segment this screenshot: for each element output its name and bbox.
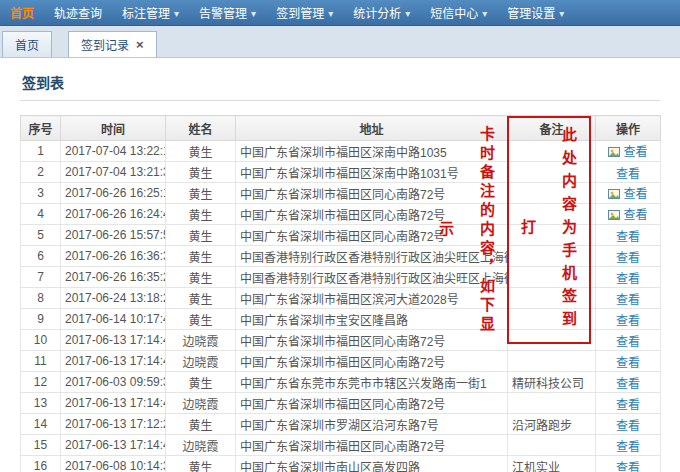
row-name: 黄生: [166, 372, 236, 393]
nav-item-sms-center[interactable]: 短信中心: [420, 0, 497, 25]
nav-item-alarm-management[interactable]: 告警管理: [189, 0, 266, 25]
row-time: 2017-06-26 16:36:33: [61, 246, 166, 267]
row-remark: [508, 351, 596, 372]
row-address: 中国广东省深圳市南山区高发四路: [236, 456, 508, 472]
row-action: 查看: [596, 435, 661, 456]
row-name: 黄生: [166, 141, 236, 162]
view-link[interactable]: 查看: [616, 251, 640, 265]
nav-item-track-query[interactable]: 轨迹查询: [44, 0, 112, 25]
table-row: 13 2017-06-13 17:14:45 边晓霞 中国广东省深圳市福田区同心…: [21, 393, 661, 414]
nav-item-settings[interactable]: 管理设置: [497, 0, 574, 25]
row-no: 16: [21, 456, 61, 472]
nav-item-label-management[interactable]: 标注管理: [112, 0, 189, 25]
view-link[interactable]: 查看: [616, 230, 640, 244]
row-address: 中国广东省深圳市福田区同心南路72号: [236, 351, 508, 372]
row-action: 查看: [596, 351, 661, 372]
row-name: 黄生: [166, 288, 236, 309]
chevron-down-icon: [405, 6, 410, 20]
row-action: 查看: [596, 456, 661, 472]
row-no: 8: [21, 288, 61, 309]
photo-icon: [608, 146, 620, 161]
photo-icon: [608, 188, 620, 203]
chevron-down-icon: [482, 6, 487, 20]
header-no: 序号: [21, 116, 61, 141]
row-time: 2017-06-24 13:18:25: [61, 288, 166, 309]
row-action: 查看: [596, 141, 661, 162]
table-row: 12 2017-06-03 09:59:39 黄生 中国广东省东莞市东莞市市辖区…: [21, 372, 661, 393]
view-link[interactable]: 查看: [616, 335, 640, 349]
view-link[interactable]: 查看: [616, 167, 640, 181]
row-remark: 江机实业: [508, 456, 596, 472]
row-no: 7: [21, 267, 61, 288]
nav-item-home[interactable]: 首页: [0, 0, 44, 25]
table-row: 11 2017-06-13 17:14:45 边晓霞 中国广东省深圳市福田区同心…: [21, 351, 661, 372]
view-link[interactable]: 查看: [623, 208, 647, 222]
row-no: 2: [21, 162, 61, 183]
row-time: 2017-06-13 17:14:45: [61, 330, 166, 351]
row-action: 查看: [596, 288, 661, 309]
header-time: 时间: [61, 116, 166, 141]
row-remark: 精研科技公司: [508, 372, 596, 393]
row-time: 2017-06-13 17:14:45: [61, 435, 166, 456]
row-no: 1: [21, 141, 61, 162]
row-name: 黄生: [166, 309, 236, 330]
row-no: 6: [21, 246, 61, 267]
row-action: 查看: [596, 267, 661, 288]
row-no: 11: [21, 351, 61, 372]
row-time: 2017-06-13 17:12:28: [61, 414, 166, 435]
tab-signin-records-label: 签到记录: [81, 36, 129, 53]
row-time: 2017-07-04 13:21:39: [61, 162, 166, 183]
row-no: 9: [21, 309, 61, 330]
tab-signin-records[interactable]: 签到记录: [68, 31, 157, 57]
header-action: 操作: [596, 116, 661, 141]
row-action: 查看: [596, 393, 661, 414]
row-action: 查看: [596, 309, 661, 330]
row-name: 黄生: [166, 267, 236, 288]
view-link[interactable]: 查看: [616, 398, 640, 412]
row-no: 10: [21, 330, 61, 351]
row-no: 15: [21, 435, 61, 456]
view-link[interactable]: 查看: [616, 377, 640, 391]
row-name: 边晓霞: [166, 330, 236, 351]
row-time: 2017-06-26 16:24:48: [61, 204, 166, 225]
view-link[interactable]: 查看: [623, 145, 647, 159]
row-time: 2017-06-08 10:14:32: [61, 456, 166, 472]
row-remark: [508, 435, 596, 456]
title-divider: [20, 100, 660, 101]
row-name: 黄生: [166, 183, 236, 204]
row-action: 查看: [596, 225, 661, 246]
chevron-down-icon: [251, 6, 256, 20]
row-no: 4: [21, 204, 61, 225]
row-time: 2017-06-13 17:14:45: [61, 393, 166, 414]
close-icon[interactable]: [136, 38, 144, 51]
view-link[interactable]: 查看: [623, 187, 647, 201]
row-action: 查看: [596, 414, 661, 435]
row-time: 2017-07-04 13:22:14: [61, 141, 166, 162]
view-link[interactable]: 查看: [616, 356, 640, 370]
row-no: 5: [21, 225, 61, 246]
view-link[interactable]: 查看: [616, 314, 640, 328]
row-address: 中国广东省东莞市东莞市市辖区兴发路南一街1: [236, 372, 508, 393]
row-name: 边晓霞: [166, 435, 236, 456]
row-action: 查看: [596, 246, 661, 267]
view-link[interactable]: 查看: [616, 272, 640, 286]
chevron-down-icon: [328, 6, 333, 20]
row-time: 2017-06-14 10:17:41: [61, 309, 166, 330]
table-row: 14 2017-06-13 17:12:28 黄生 中国广东省深圳市罗湖区沿河东…: [21, 414, 661, 435]
view-link[interactable]: 查看: [616, 293, 640, 307]
row-name: 黄生: [166, 414, 236, 435]
nav-item-statistics[interactable]: 统计分析: [343, 0, 420, 25]
chevron-down-icon: [559, 6, 564, 20]
photo-icon: [608, 209, 620, 224]
view-link[interactable]: 查看: [616, 419, 640, 433]
tab-strip: 首页 签到记录: [0, 26, 680, 58]
row-no: 3: [21, 183, 61, 204]
top-navigation: 首页 轨迹查询 标注管理 告警管理 签到管理 统计分析 短信中心 管理设置: [0, 0, 680, 26]
view-link[interactable]: 查看: [616, 440, 640, 454]
nav-item-signin-management[interactable]: 签到管理: [266, 0, 343, 25]
view-link[interactable]: 查看: [616, 461, 640, 472]
tab-home[interactable]: 首页: [2, 31, 52, 57]
row-action: 查看: [596, 330, 661, 351]
row-time: 2017-06-26 16:35:21: [61, 267, 166, 288]
row-name: 黄生: [166, 204, 236, 225]
